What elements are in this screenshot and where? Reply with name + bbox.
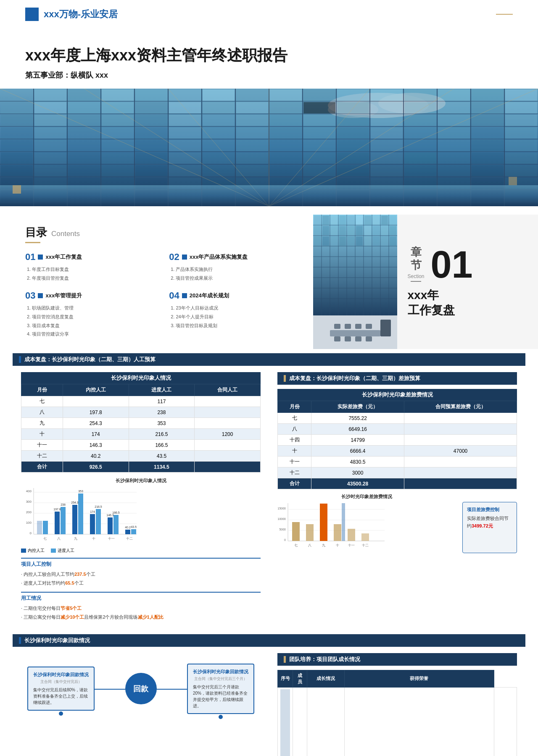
td-total-int: 926.5 xyxy=(63,462,129,472)
svg-rect-139 xyxy=(505,165,537,176)
toc-sub-3-1: 1. 职场团队建设、管理 xyxy=(27,304,156,312)
svg-rect-218 xyxy=(373,226,380,235)
brand-title: xxx万物-乐业安居 xyxy=(44,8,118,21)
svg-rect-81 xyxy=(169,127,201,139)
svg-rect-127 xyxy=(102,165,134,176)
toc-subs-3: 1. 职场团队建设、管理 2. 项目管控消息度复盘 3. 项目成本复盘 4. 项… xyxy=(25,304,156,339)
td-t-m10-act: 6666.4 xyxy=(311,446,404,457)
svg-rect-205 xyxy=(348,215,354,225)
note-2: · 进度人工对比节约约65.5个工 xyxy=(21,579,261,588)
data-two-col: 长沙保利时光印象人情况 月份 内控人工 进度人工 合同人工 七 117 xyxy=(13,366,525,628)
td-m11-cont xyxy=(195,440,261,451)
toc-sub-4-3: 3. 项目管控目标及规划 xyxy=(171,321,300,330)
svg-rect-42 xyxy=(472,89,504,101)
toc-grid: 01 xxx年工作复盘 1. 年度工作目标复盘 2. 年度项目管控复盘 02 x… xyxy=(25,252,301,339)
svg-rect-122 xyxy=(472,152,504,164)
legend-internal-color xyxy=(21,549,26,553)
team-area: 团队培养：项目团队成长情况 序号 成员 成长情况 获得荣誉 长沙保利时光印象项目… xyxy=(269,647,525,756)
svg-rect-66 xyxy=(203,115,235,126)
td-m8-prog: 238 xyxy=(129,407,195,418)
svg-text:197.8: 197.8 xyxy=(53,508,61,511)
svg-rect-294 xyxy=(342,503,345,541)
svg-rect-32 xyxy=(135,89,167,101)
svg-rect-209 xyxy=(381,215,388,225)
td-m9: 九 xyxy=(21,418,63,429)
td-m12-cont xyxy=(195,451,261,462)
svg-rect-207 xyxy=(364,215,371,225)
toc-num-4: 04 xyxy=(169,290,179,301)
svg-rect-202 xyxy=(322,215,329,225)
svg-rect-253 xyxy=(37,521,42,534)
td-m8-int: 197.8 xyxy=(63,407,129,418)
svg-rect-211 xyxy=(314,226,321,235)
svg-rect-134 xyxy=(337,165,369,176)
svg-rect-263 xyxy=(96,509,101,534)
svg-text:九: 九 xyxy=(322,543,325,547)
svg-rect-225 xyxy=(348,236,354,246)
toc-label-1: xxx年工作复盘 xyxy=(45,253,82,261)
svg-rect-131 xyxy=(236,165,268,176)
svg-text:40.2: 40.2 xyxy=(125,526,131,529)
refund-team-grid: 长沙保利时光印象回款情况 主合同（集中交付完后） 集中交付完后后续80%，请款资… xyxy=(13,647,525,756)
td-t-m10-bud: 47000 xyxy=(404,446,517,457)
hero-section: xxx年度上海xxx资料主管年终述职报告 第五事业部：纵横队 xxx xyxy=(0,29,538,89)
svg-text:200: 200 xyxy=(26,510,32,514)
svg-rect-232 xyxy=(330,330,380,336)
chapter-zh-text: 章 节 Section xyxy=(408,246,425,282)
svg-rect-35 xyxy=(236,89,268,101)
svg-rect-94 xyxy=(68,140,100,151)
manpower-bar-chart: 0 100 200 300 400 七 xyxy=(21,486,139,545)
team-header: 团队培养：项目团队成长情况 xyxy=(277,653,517,666)
meeting-svg xyxy=(313,315,397,349)
svg-text:146.3: 146.3 xyxy=(106,514,114,517)
th-team-award: 获得荣誉 xyxy=(344,670,494,687)
svg-rect-50 xyxy=(203,102,235,113)
svg-rect-126 xyxy=(68,165,100,176)
svg-rect-212 xyxy=(322,226,329,235)
svg-rect-107 xyxy=(505,140,537,151)
svg-text:216.5: 216.5 xyxy=(95,505,102,508)
svg-text:254.3: 254.3 xyxy=(71,501,79,504)
svg-rect-103 xyxy=(371,140,403,151)
svg-rect-93 xyxy=(34,140,66,151)
toc-num-1: 01 xyxy=(25,252,35,262)
svg-text:九: 九 xyxy=(74,537,77,541)
travel-table: 月份 实际差旅费（元） 合同预算差旅费（元） 七 7555.22 八 6649.… xyxy=(277,401,517,489)
svg-rect-55 xyxy=(371,102,403,113)
work-h1: 节省5个工 xyxy=(61,606,82,611)
svg-text:10000: 10000 xyxy=(278,517,286,520)
travel-table-title: 长沙保利时光印象差旅费情况 xyxy=(277,389,517,401)
highlight-1: 237.5 xyxy=(74,572,86,577)
svg-rect-219 xyxy=(381,226,388,235)
svg-rect-224 xyxy=(339,236,346,246)
svg-rect-36 xyxy=(270,89,302,101)
svg-rect-266 xyxy=(113,515,119,534)
svg-rect-96 xyxy=(135,140,167,151)
toc-icon-4 xyxy=(182,293,187,298)
chapter-section-en: Section xyxy=(408,273,425,279)
toc-sub-2-2: 2. 项目管控成果展示 xyxy=(171,274,300,283)
refund-center-circle: 回款 xyxy=(125,673,157,704)
td-total-label: 合计 xyxy=(21,462,63,472)
svg-rect-29 xyxy=(34,89,66,101)
td-m9-cont xyxy=(195,418,261,429)
travel-chart-area: 长沙时光印象差旅费情况 0 5000 10000 15000 xyxy=(277,494,517,553)
td-m8: 八 xyxy=(21,407,63,418)
refund-right-box: 长沙保利时光印象回款情况 主合同（集中交付完后三个月） 集中交付完后三个月请款2… xyxy=(187,664,254,714)
svg-rect-216 xyxy=(356,226,363,235)
td-num-1: 1 xyxy=(293,687,307,756)
refund-left-title: 长沙保利时光印象回款情况 xyxy=(33,672,89,678)
toc-item-4: 04 2024年成长规划 1. 23年个人目标达成况 2. 24年个人提升目标 … xyxy=(169,290,300,339)
td-m12: 十二 xyxy=(21,451,63,462)
td-award-1 xyxy=(494,687,517,756)
svg-rect-70 xyxy=(337,115,369,126)
td-t-m7-bud xyxy=(404,413,517,424)
contents-underline xyxy=(25,242,40,243)
svg-rect-296 xyxy=(361,533,369,541)
toc-sub-3-2: 2. 项目管控消息度复盘 xyxy=(27,312,156,321)
svg-text:十一: 十一 xyxy=(108,537,115,541)
td-t-m9-bud xyxy=(404,435,517,446)
svg-text:400: 400 xyxy=(26,489,32,493)
legend-internal: 内控人工 xyxy=(21,548,45,554)
svg-text:八: 八 xyxy=(57,537,61,541)
